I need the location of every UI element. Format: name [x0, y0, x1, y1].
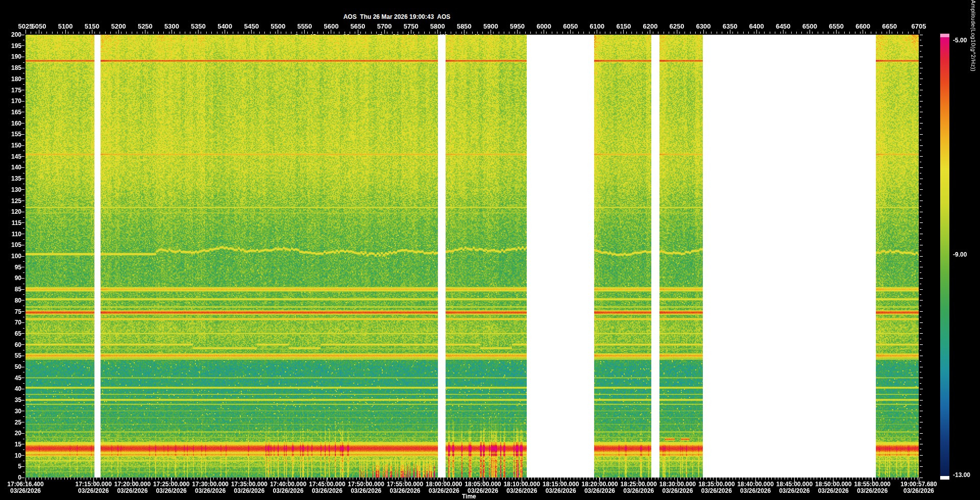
frequency-axis-label: 190 — [0, 53, 21, 60]
time-axis-label: 18:00:00.00003/26/2026 — [426, 481, 462, 494]
time-axis-label-time: 17:20:00.000 — [114, 481, 151, 487]
time-axis-label: 17:20:00.00003/26/2026 — [114, 481, 151, 494]
spectrogram-canvas[interactable] — [0, 0, 980, 500]
time-axis-label: 19:00:57.68003/26/2026 — [900, 481, 937, 494]
time-axis-label-date: 03/26/2026 — [114, 488, 151, 494]
time-axis-label-date: 03/26/2026 — [153, 488, 189, 494]
record-axis-label: 5950 — [510, 22, 525, 30]
frequency-axis-label: 15 — [0, 441, 21, 448]
time-axis-label: 17:45:00.00003/26/2026 — [309, 481, 345, 494]
frequency-axis-label: 170 — [0, 97, 21, 105]
time-axis-label-date: 03/26/2026 — [698, 488, 734, 494]
time-axis-label-time: 19:00:57.680 — [900, 481, 937, 487]
frequency-axis-label: 30 — [0, 408, 21, 415]
time-axis-label: 17:40:00.00003/26/2026 — [270, 481, 306, 494]
record-axis-label: 5150 — [85, 22, 100, 30]
frequency-axis-label: 125 — [0, 197, 21, 205]
frequency-axis-label: 75 — [0, 308, 21, 315]
record-axis-label: 6300 — [696, 22, 711, 30]
time-axis-label: 17:15:00.00003/26/2026 — [75, 481, 111, 494]
time-axis-label-time: 18:20:00.000 — [581, 481, 618, 487]
time-axis-label: 18:50:00.00003/26/2026 — [815, 481, 851, 494]
record-axis-label: 5025 — [18, 22, 33, 30]
frequency-axis-label: 65 — [0, 330, 21, 337]
record-axis-label: 6400 — [749, 22, 764, 30]
time-axis-label: 18:45:00.00003/26/2026 — [776, 481, 813, 494]
time-axis-label: 18:30:00.00003/26/2026 — [659, 481, 696, 494]
time-axis-label-time: 18:00:00.000 — [426, 481, 462, 487]
time-axis-label-date: 03/26/2026 — [270, 488, 306, 494]
time-axis-label: 18:55:00.00003/26/2026 — [854, 481, 890, 494]
time-axis-label-date: 03/26/2026 — [7, 488, 43, 494]
time-axis-label: 18:25:00.00003/26/2026 — [621, 481, 657, 494]
frequency-axis-label: 0 — [0, 474, 21, 481]
frequency-axis-label: 90 — [0, 274, 21, 282]
time-axis-label: 17:35:00.00003/26/2026 — [231, 481, 267, 494]
frequency-axis-label: 145 — [0, 153, 21, 160]
time-axis-label-date: 03/26/2026 — [543, 488, 579, 494]
time-axis-label: 17:55:00.00003/26/2026 — [387, 481, 423, 494]
time-axis-label-time: 18:15:00.000 — [543, 481, 579, 487]
record-axis-label: 5500 — [271, 22, 285, 30]
frequency-axis-label: 35 — [0, 396, 21, 404]
time-axis-label-time: 18:05:00.000 — [464, 481, 501, 487]
time-axis-label-time: 17:35:00.000 — [231, 481, 267, 487]
record-axis-label: 6050 — [563, 22, 578, 30]
frequency-axis-label: 45 — [0, 374, 21, 382]
colorbar-gradient — [940, 37, 949, 476]
frequency-axis-label: 40 — [0, 385, 21, 392]
time-axis-label-time: 18:50:00.000 — [815, 481, 851, 487]
record-axis-label: 5850 — [457, 22, 472, 30]
amplitude-axis-title: Amplitude(Log10(g^2/Hz)) — [970, 0, 976, 500]
frequency-axis-label: 180 — [0, 76, 21, 83]
frequency-axis-label: 120 — [0, 208, 21, 215]
time-axis-label-date: 03/26/2026 — [815, 488, 851, 494]
frequency-axis-label: 50 — [0, 363, 21, 370]
frequency-axis-label: 185 — [0, 64, 21, 71]
record-axis-label: 6000 — [536, 22, 551, 30]
time-axis-label-date: 03/26/2026 — [621, 488, 657, 494]
frequency-axis-label: 55 — [0, 352, 21, 359]
record-axis-label: 5400 — [217, 22, 232, 30]
time-axis-label-date: 03/26/2026 — [231, 488, 267, 494]
record-axis-label: 5800 — [430, 22, 445, 30]
frequency-axis-label: 175 — [0, 87, 21, 94]
record-axis-label: 5250 — [138, 22, 153, 30]
frequency-axis-label: 115 — [0, 219, 21, 227]
record-axis-label: 5550 — [297, 22, 312, 30]
colorbar-label-max: -5.00 — [953, 37, 967, 44]
record-axis-label: 6250 — [670, 22, 684, 30]
record-axis-label: 6600 — [855, 22, 870, 30]
record-axis-label: 5300 — [164, 22, 179, 30]
record-axis-label: 6350 — [723, 22, 738, 30]
frequency-axis-label: 110 — [0, 231, 21, 238]
record-axis-label: 5650 — [351, 22, 365, 30]
spectrogram-app-window: AOS Thu 26 Mar 2026 19:00:43 AOS CoordSy… — [0, 0, 980, 500]
time-axis-label: 17:06:16.40003/26/2026 — [7, 481, 43, 494]
frequency-axis-label: 5 — [0, 463, 21, 470]
time-axis-label-time: 17:55:00.000 — [387, 481, 423, 487]
time-axis-label-date: 03/26/2026 — [426, 488, 462, 494]
frequency-axis-label: 155 — [0, 131, 21, 138]
time-axis-label-date: 03/26/2026 — [900, 488, 937, 494]
record-axis-label: 6450 — [776, 22, 791, 30]
frequency-axis-label: 85 — [0, 286, 21, 293]
time-axis-label-date: 03/26/2026 — [776, 488, 813, 494]
time-axis-label-time: 17:06:16.400 — [7, 481, 43, 487]
time-axis-label: 18:20:00.00003/26/2026 — [581, 481, 618, 494]
record-axis-label: 5100 — [58, 22, 73, 30]
time-axis-label: 18:15:00.00003/26/2026 — [543, 481, 579, 494]
colorbar-top-cap — [940, 34, 949, 37]
record-axis-label: 6500 — [802, 22, 817, 30]
colorbar-bottom-cap — [940, 476, 949, 480]
record-axis-label: 6705 — [912, 22, 926, 30]
frequency-axis-label: 60 — [0, 341, 21, 348]
time-axis-label: 18:05:00.00003/26/2026 — [464, 481, 501, 494]
time-axis-label-date: 03/26/2026 — [854, 488, 890, 494]
time-axis-label-date: 03/26/2026 — [75, 488, 111, 494]
frequency-axis-label: 100 — [0, 253, 21, 260]
time-axis-label-date: 03/26/2026 — [309, 488, 345, 494]
frequency-axis-label: 95 — [0, 264, 21, 271]
record-axis-label: 5600 — [324, 22, 338, 30]
time-axis-label-time: 18:10:00.000 — [504, 481, 540, 487]
